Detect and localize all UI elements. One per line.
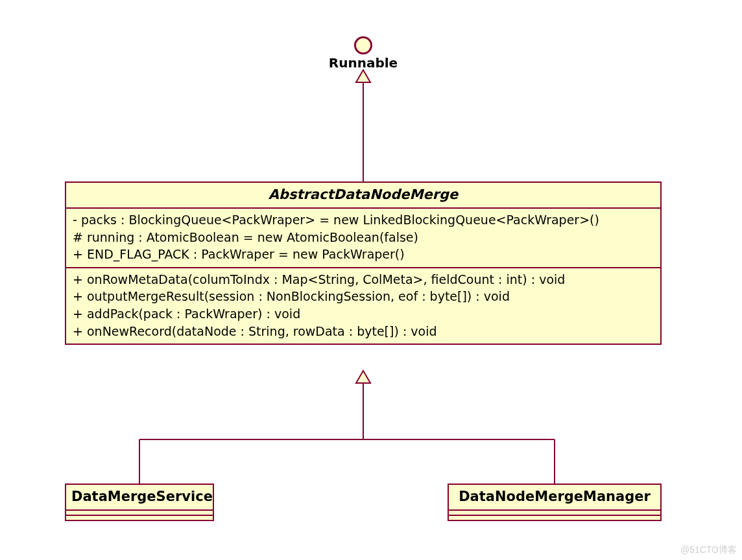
class-attributes-empty: [66, 511, 213, 516]
class-abstractdatanodemerge: AbstractDataNodeMerge - packs : Blocking…: [65, 181, 662, 345]
class-attributes-empty: [449, 511, 660, 516]
svg-marker-1: [356, 70, 370, 82]
svg-marker-2: [356, 371, 370, 383]
class-title-datamergeservice: DataMergeService: [66, 485, 213, 511]
class-title-abstractdatanodemerge: AbstractDataNodeMerge: [66, 183, 660, 209]
class-datanodemergemanager: DataNodeMergeManager: [448, 484, 662, 521]
class-datamergeservice: DataMergeService: [65, 484, 214, 521]
interface-circle-runnable: [354, 36, 372, 54]
attribute-line: + END_FLAG_PACK : PackWraper = new PackW…: [73, 246, 654, 263]
watermark-text: @51CTO博客: [680, 544, 737, 556]
operation-line: + addPack(pack : PackWraper) : void: [73, 305, 654, 323]
interface-label-runnable: Runnable: [298, 55, 428, 71]
operation-line: + outputMergeResult(session : NonBlockin…: [73, 288, 654, 305]
class-title-datanodemergemanager: DataNodeMergeManager: [449, 485, 660, 511]
class-operations-empty: [449, 516, 660, 520]
operation-line: + onRowMetaData(columToIndx : Map<String…: [73, 271, 654, 288]
attribute-line: # running : AtomicBoolean = new AtomicBo…: [73, 229, 654, 246]
class-operations-empty: [66, 516, 213, 520]
operation-line: + onNewRecord(dataNode : String, rowData…: [73, 323, 654, 340]
attribute-line: - packs : BlockingQueue<PackWraper> = ne…: [73, 211, 654, 229]
class-attributes: - packs : BlockingQueue<PackWraper> = ne…: [66, 209, 660, 268]
class-operations: + onRowMetaData(columToIndx : Map<String…: [66, 268, 660, 344]
